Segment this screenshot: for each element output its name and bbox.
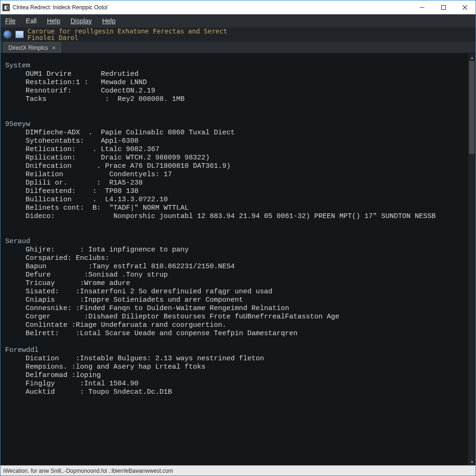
document-icon[interactable] xyxy=(15,31,24,38)
section-foreweddl-title: Forewddl xyxy=(5,346,463,355)
globe-icon[interactable] xyxy=(3,30,12,39)
kv-row: Corger :Dishaed Dilieptor Bestourses Fro… xyxy=(26,313,463,321)
kv-row: Dication :Instable Bulgues: 2.13 ways ne… xyxy=(26,355,463,363)
section-system: OUM1 Drvire RedrutiedRestsletion:1 : Mew… xyxy=(5,70,463,104)
titlebar: ◧ Clritea Redrect: Inideck Renppic Ootol xyxy=(0,0,476,14)
status-text: iWecation. for anw Snill,.-Dopmonoond.fo… xyxy=(3,468,173,474)
menu-help[interactable]: Help xyxy=(45,16,62,26)
statusbar: iWecation. for anw Snill,.-Dopmonoond.fo… xyxy=(0,465,476,476)
toolbar-line1: Carorue for reollgesin Exhatone Ferectas… xyxy=(27,28,227,34)
app-window: ◧ Clritea Redrect: Inideck Renppic Ootol… xyxy=(0,0,476,476)
toolbar-text: Carorue for reollgesin Exhatone Ferectas… xyxy=(27,28,227,41)
kv-row: Belinets cont: B: "TADF|" NORM WTTLAL xyxy=(26,204,463,212)
kv-row: Sisated: :Insaterfoni 2 So deresfinuied … xyxy=(26,288,463,296)
kv-row: Finglgy :Intal 1504.90 xyxy=(26,380,463,388)
menu-file[interactable]: File xyxy=(3,16,18,26)
kv-row: Cniapis :Inppre Sotieniadets und arer Co… xyxy=(26,296,463,304)
output-panel: System OUM1 Drvire RedrutiedRestsletion:… xyxy=(0,53,468,465)
section-system-title: System xyxy=(5,62,463,70)
kv-row: Rempsions. :long and Asery hap Lrteal ft… xyxy=(26,363,463,371)
kv-row: Bapun :Tany estfratl 810.862231/2150.NES… xyxy=(26,263,463,271)
close-button[interactable] xyxy=(454,0,476,14)
scroll-track[interactable] xyxy=(468,61,476,458)
menu-display[interactable]: Display xyxy=(69,16,94,26)
scroll-thumb[interactable] xyxy=(469,61,475,154)
kv-row: Sytohecntabts: Appl-6308 xyxy=(26,137,463,145)
section-seraud-title: Seraud xyxy=(5,238,463,246)
kv-row: Conlintate :Riage Undefaruata rand coorg… xyxy=(26,321,463,330)
minimize-button[interactable] xyxy=(411,0,433,14)
titlebar-left: ◧ Clritea Redrect: Inideck Renppic Ootol xyxy=(0,4,107,11)
tab-label: DirectX Rimplcs xyxy=(8,45,48,51)
vertical-scrollbar[interactable]: ▴ ▾ xyxy=(468,53,476,465)
tabbar: DirectX Rimplcs ✕ xyxy=(0,41,476,53)
kv-row: OUM1 Drvire Redrutied xyxy=(26,70,463,79)
kv-row: Tricuay :Wrome adure xyxy=(26,279,463,288)
scroll-up-icon[interactable]: ▴ xyxy=(468,53,476,61)
toolbar-line2: Finolei Darol xyxy=(27,34,227,41)
kv-row: Retlication: . Ltalc 9082.367 xyxy=(26,145,463,154)
kv-row: Ghijre: : Iota inpfignence to pany xyxy=(26,246,463,254)
section-sesew-title: 9Seeyw xyxy=(5,120,463,129)
kv-row: Rpilication: Draic WTCH.2 988099 98322) xyxy=(26,154,463,162)
scroll-down-icon[interactable]: ▾ xyxy=(468,458,476,465)
kv-row: Dnifecation . Prace A76 DL71800810 DAT36… xyxy=(26,162,463,171)
window-title: Clritea Redrect: Inideck Renppic Ootol xyxy=(13,4,107,11)
kv-row: Delfaromad :loping xyxy=(26,371,463,380)
kv-row: Resnotorif: CodectON.2.19 xyxy=(26,87,463,95)
app-icon: ◧ xyxy=(2,4,10,11)
maximize-button[interactable] xyxy=(433,0,454,14)
window-controls xyxy=(411,0,476,14)
kv-row: Dideco: Nonporshic jountabl 12 883.94 21… xyxy=(26,212,463,221)
kv-row: Tacks : Rey2 008008. 1MB xyxy=(26,95,463,104)
tab-close-icon[interactable]: ✕ xyxy=(52,45,56,51)
kv-row: Corsparied: Enclubs: xyxy=(26,254,463,263)
kv-row: Reilation Condentyels: 17 xyxy=(26,171,463,179)
kv-row: Belrett: :Lotal Scarse Ueade and conpens… xyxy=(26,330,463,338)
section-sesew: DIMfieche-ADX . Papie Colinablc 0860 Tux… xyxy=(5,129,463,221)
toolbar: Carorue for reollgesin Exhatone Ferectas… xyxy=(0,27,476,41)
menubar: File Eall Help Display Help xyxy=(0,14,476,27)
kv-row: Restsletion:1 : Mewade LNND xyxy=(26,79,463,87)
kv-row: Defure :Sonisad .Tony strup xyxy=(26,271,463,279)
kv-row: Aucktid : Toupo Sndecat.Dc.D1B xyxy=(26,388,463,397)
menu-eall[interactable]: Eall xyxy=(24,16,39,26)
section-seraud: Ghijre: : Iota inpfignence to panyCorspa… xyxy=(5,246,463,338)
tab-directx[interactable]: DirectX Rimplcs ✕ xyxy=(3,42,61,53)
section-foreweddl: Dication :Instable Bulgues: 2.13 ways ne… xyxy=(5,355,463,397)
content-wrap: System OUM1 Drvire RedrutiedRestsletion:… xyxy=(0,53,476,465)
kv-row: DIMfieche-ADX . Papie Colinablc 0860 Tux… xyxy=(26,129,463,137)
kv-row: Dilfeestend: : TP08 138 xyxy=(26,187,463,196)
kv-row: Dplili or. : R1A5-238 xyxy=(26,179,463,187)
svg-rect-1 xyxy=(442,5,446,9)
kv-row: Connesnike: :Finded Fanqn to Dulden-Walt… xyxy=(26,304,463,313)
menu-help-2[interactable]: Help xyxy=(100,16,118,26)
kv-row: Bullication . L4.13.3.0?22.10 xyxy=(26,196,463,204)
